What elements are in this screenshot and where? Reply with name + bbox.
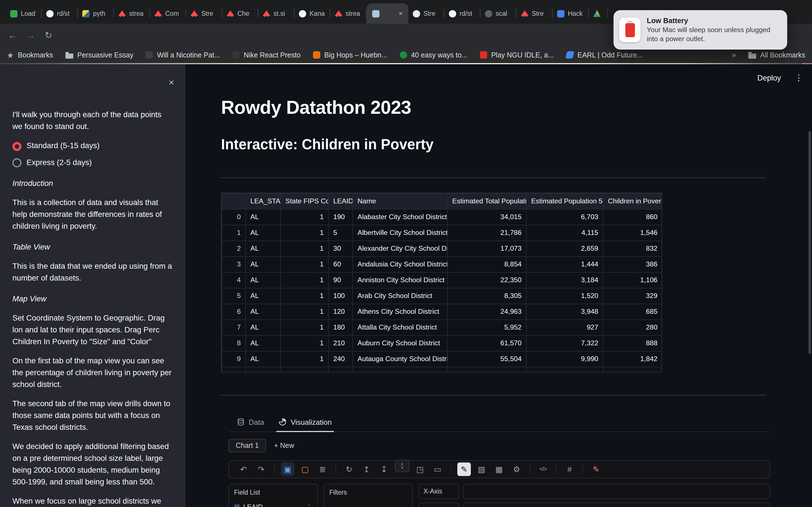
sidebar-close-icon[interactable]: × — [168, 75, 174, 90]
browser-tab[interactable]: Che — [222, 3, 258, 24]
column-header: Name — [353, 193, 448, 209]
browser-tab[interactable]: Stre — [186, 3, 222, 24]
resize-icon[interactable]: ◳ — [413, 462, 427, 476]
field-item[interactable]: ▤LEAID⋮ — [234, 501, 312, 507]
low-battery-notification[interactable]: Low Battery Your Mac will sleep soon unl… — [613, 10, 787, 50]
all-bookmarks-label: All Bookmarks — [760, 51, 805, 59]
pygwalker-tab-bar: Data Visualization — [229, 413, 770, 432]
forward-icon[interactable]: → — [24, 30, 37, 40]
browser-tab[interactable]: Kana — [294, 3, 331, 24]
table-cell: 6,703 — [526, 209, 603, 225]
redo-icon[interactable]: ↷ — [254, 462, 268, 476]
table-cell: 212,628 — [448, 367, 526, 372]
browser-tab[interactable] — [589, 3, 608, 24]
y-axis-dropzone[interactable] — [463, 503, 770, 507]
browser-tab[interactable]: strea — [331, 3, 366, 24]
layers-icon[interactable]: ≣ — [316, 462, 329, 476]
code-export-icon[interactable]: </> — [536, 462, 550, 476]
bookmark-item[interactable]: Will a Nicotine Pat... — [146, 51, 220, 59]
field-menu-icon[interactable]: ⋮ — [306, 503, 312, 507]
limit-icon[interactable]: # — [563, 462, 576, 476]
new-chart-button[interactable]: + New — [274, 442, 294, 450]
sidebar-paragraph: We decided to apply additional filtering… — [12, 441, 173, 488]
radio-option[interactable]: Standard (5-15 days) — [12, 140, 173, 152]
bookmark-item[interactable]: EARL | Odd Future... — [566, 51, 643, 59]
tab-data[interactable]: Data — [237, 413, 264, 432]
x-axis-dropzone[interactable] — [463, 484, 770, 499]
bookmarks-overflow-icon[interactable]: » — [732, 51, 736, 59]
sort-desc-icon[interactable]: ↧ — [377, 462, 391, 476]
tab-visualization[interactable]: Visualization — [279, 413, 332, 432]
bookmark-item[interactable]: Persuasive Essay — [65, 51, 133, 59]
radio-button[interactable] — [12, 159, 21, 168]
deploy-button[interactable]: Deploy — [757, 73, 781, 82]
browser-tab[interactable]: pyth — [78, 3, 114, 24]
crop-icon[interactable]: ▭ — [431, 462, 444, 476]
table-cell: AL — [246, 304, 281, 320]
browser-tab[interactable]: rd/st — [444, 3, 480, 24]
bookmark-item[interactable]: 40 easy ways to... — [400, 51, 467, 59]
page-scrollbar[interactable] — [809, 131, 811, 354]
table-cell: 190 — [328, 209, 353, 225]
browser-tab[interactable]: Com — [150, 3, 186, 24]
table-cell: 3,948 — [526, 304, 603, 320]
tab-title: st.si — [273, 10, 290, 17]
sidebar-paragraph: The second tab of the map view drills do… — [12, 399, 173, 434]
table-cell: 180 — [328, 320, 353, 335]
table-cell: 0 — [222, 209, 246, 225]
browser-tab[interactable]: scal — [480, 3, 516, 24]
table-cell: 1 — [281, 351, 328, 367]
mark-type-icon[interactable]: ▣ — [281, 462, 294, 476]
undo-icon[interactable]: ↶ — [237, 462, 250, 476]
radio-button[interactable] — [12, 142, 21, 151]
bookmark-item[interactable]: Play NGU IDLE, a... — [480, 51, 554, 59]
collapse-handle-icon[interactable]: ∧∨ — [395, 460, 409, 472]
bookmarks-label: Bookmarks — [18, 51, 53, 59]
sort-asc-icon[interactable]: ↥ — [360, 462, 373, 476]
browser-tab[interactable]: Hack — [553, 3, 589, 24]
theme-brush-icon[interactable]: ✎ — [589, 462, 603, 476]
browser-tab[interactable]: Load — [6, 3, 42, 24]
field-doc-icon: ▤ — [234, 503, 240, 507]
painter-icon[interactable]: ✎ — [457, 462, 471, 476]
table-cell: 1,520 — [526, 288, 603, 304]
table-cell: Anniston City School District — [353, 272, 448, 288]
browser-tab[interactable]: st.si — [258, 3, 294, 24]
table-cell: 210 — [328, 335, 353, 351]
settings-icon[interactable]: ⚙ — [510, 462, 523, 476]
browser-tab[interactable]: Stre — [516, 3, 553, 24]
tab-title: Che — [238, 10, 254, 17]
table-cell: 8,854 — [448, 257, 526, 272]
table-cell: AL — [246, 272, 281, 288]
reload-icon[interactable]: ↻ — [42, 30, 55, 41]
dataframe[interactable]: LEA_STATEState FIPS CodeLEAIDNameEstimat… — [221, 193, 662, 372]
back-icon[interactable]: ← — [6, 30, 19, 40]
screen: Loadrd/stpythstreaComStreChest.siKanastr… — [0, 0, 812, 507]
radio-option[interactable]: Express (2-5 days) — [12, 157, 173, 169]
drive-favicon — [593, 10, 601, 17]
all-bookmarks-button[interactable]: All Bookmarks — [748, 51, 805, 59]
filters-panel[interactable]: Filters — [324, 484, 413, 507]
browser-tab[interactable]: strea — [114, 3, 150, 24]
app-menu-icon[interactable]: ⋮ — [795, 73, 803, 83]
bookmark-item[interactable]: Nike React Presto — [233, 51, 301, 59]
table-view-icon[interactable]: ▦ — [492, 462, 506, 476]
browser-tab[interactable]: × — [366, 3, 408, 24]
bookmarks-menu[interactable]: ★ Bookmarks — [7, 50, 53, 59]
export-image-icon[interactable]: ▧ — [475, 462, 488, 476]
streamlit-favicon — [118, 10, 126, 17]
tab-close-icon[interactable]: × — [399, 10, 403, 17]
bookmark-label: Nike React Presto — [244, 51, 301, 59]
toolbar-divider — [582, 465, 583, 474]
bookmark-item[interactable]: Big Hops – Huebn... — [313, 51, 388, 59]
transpose-icon[interactable]: ↻ — [342, 462, 356, 476]
divider — [221, 395, 766, 395]
chart-tab[interactable]: Chart 1 — [229, 439, 266, 452]
table-row: 0AL1190Alabaster City School District34,… — [222, 209, 662, 225]
toolbar-divider — [274, 465, 274, 474]
table-row: 10AL1270Baldwin County School District21… — [222, 367, 662, 372]
stack-mode-icon[interactable]: ▢ — [298, 462, 312, 476]
tab-label: Visualization — [291, 418, 332, 427]
browser-tab[interactable]: Stre — [408, 3, 444, 24]
browser-tab[interactable]: rd/st — [42, 3, 78, 24]
